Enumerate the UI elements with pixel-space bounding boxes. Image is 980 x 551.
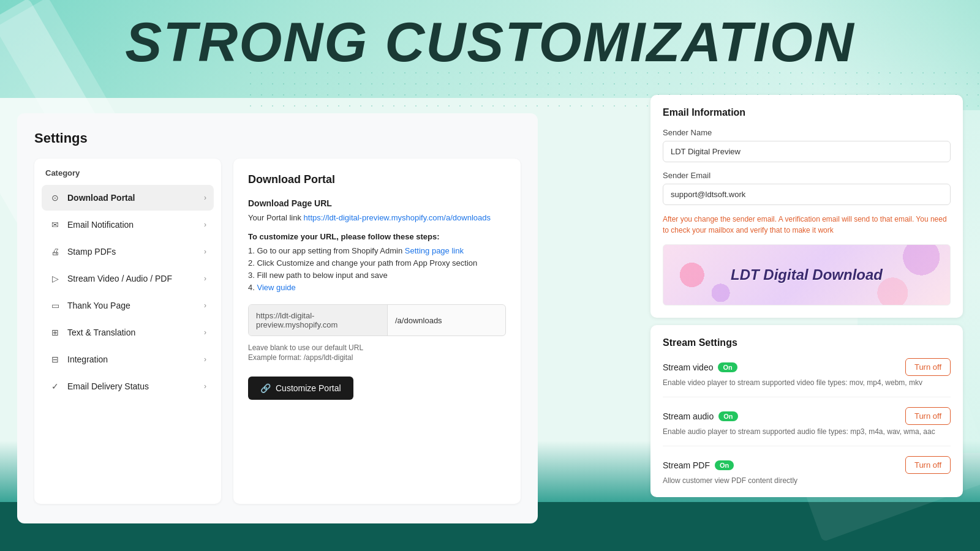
sidebar-item-email-delivery[interactable]: ✓ Email Delivery Status › bbox=[42, 373, 214, 399]
chevron-right-icon: › bbox=[204, 355, 206, 364]
customize-btn-label: Customize Portal bbox=[276, 383, 341, 393]
stream-pdf-item: Stream PDF On Turn off Allow customer vi… bbox=[663, 456, 951, 485]
stream-settings-card: Stream Settings Stream video On Turn off… bbox=[650, 325, 963, 497]
sidebar-item-left: ▭ Thank You Page bbox=[49, 299, 130, 312]
stream-settings-title: Stream Settings bbox=[663, 337, 951, 348]
sidebar-item-download-portal[interactable]: ⊙ Download Portal › bbox=[42, 185, 214, 211]
url-prefix: https://ldt-digital-preview.myshopify.co… bbox=[249, 305, 388, 335]
step-3: 3. Fill new path to below input and save bbox=[248, 271, 506, 280]
sender-name-input[interactable] bbox=[663, 141, 951, 162]
sidebar-label-thank-you-page: Thank You Page bbox=[67, 301, 130, 310]
stream-video-name: Stream video bbox=[663, 362, 713, 372]
sidebar-label-stream-video: Stream Video / Audio / PDF bbox=[67, 274, 172, 283]
banner-text: LDT Digital Download bbox=[731, 266, 883, 283]
stream-audio-left: Stream audio On bbox=[663, 411, 738, 421]
thank-you-page-icon: ▭ bbox=[49, 299, 61, 312]
sender-name-label: Sender Name bbox=[663, 128, 951, 137]
email-info-card: Email Information Sender Name Sender Ema… bbox=[650, 95, 963, 318]
chevron-right-icon: › bbox=[204, 274, 206, 283]
stream-audio-row: Stream audio On Turn off bbox=[663, 407, 951, 425]
stream-video-row: Stream video On Turn off bbox=[663, 358, 951, 376]
chevron-right-icon: › bbox=[204, 247, 206, 256]
stream-audio-item: Stream audio On Turn off Enable audio pl… bbox=[663, 407, 951, 446]
chevron-right-icon: › bbox=[204, 301, 206, 310]
sidebar-item-left: 🖨 Stamp PDFs bbox=[49, 246, 116, 258]
stream-audio-name: Stream audio bbox=[663, 411, 714, 421]
stream-video-desc: Enable video player to stream supported … bbox=[663, 378, 951, 387]
sidebar-item-left: ⊙ Download Portal bbox=[49, 192, 135, 204]
right-panel: Email Information Sender Name Sender Ema… bbox=[650, 95, 963, 497]
customize-portal-button[interactable]: 🔗 Customize Portal bbox=[248, 377, 353, 400]
stream-audio-status: On bbox=[718, 411, 737, 421]
view-guide-link[interactable]: View guide bbox=[257, 283, 295, 292]
settings-inner: Category ⊙ Download Portal › ✉ Email Not… bbox=[34, 159, 521, 504]
chevron-right-icon: › bbox=[204, 382, 206, 391]
email-hint: After you change the sender email. A ver… bbox=[663, 214, 951, 236]
stream-pdf-name: Stream PDF bbox=[663, 460, 710, 470]
stamp-pdfs-icon: 🖨 bbox=[49, 246, 61, 258]
sidebar-category-label: Category bbox=[42, 168, 214, 178]
sidebar-label-download-portal: Download Portal bbox=[67, 193, 135, 203]
settings-title: Settings bbox=[34, 130, 521, 146]
steps-heading: To customize your URL, please follow the… bbox=[248, 232, 506, 241]
stream-video-toggle-button[interactable]: Turn off bbox=[905, 358, 951, 376]
stream-pdf-row: Stream PDF On Turn off bbox=[663, 456, 951, 474]
sidebar-item-thank-you-page[interactable]: ▭ Thank You Page › bbox=[42, 293, 214, 318]
sidebar-item-left: ⊟ Integration bbox=[49, 353, 108, 365]
stream-pdf-toggle-button[interactable]: Turn off bbox=[905, 456, 951, 474]
portal-link-prefix: Your Portal link bbox=[248, 213, 304, 222]
stream-video-status: On bbox=[718, 362, 737, 372]
stream-video-item: Stream video On Turn off Enable video pl… bbox=[663, 358, 951, 397]
sidebar-item-left: ✓ Email Delivery Status bbox=[49, 380, 149, 392]
text-translation-icon: ⊞ bbox=[49, 326, 61, 339]
stream-audio-desc: Enable audio player to stream supported … bbox=[663, 427, 951, 436]
chevron-right-icon: › bbox=[204, 328, 206, 337]
sidebar-item-left: ⊞ Text & Translation bbox=[49, 326, 135, 339]
customize-icon: 🔗 bbox=[260, 383, 271, 393]
sender-email-input[interactable] bbox=[663, 184, 951, 205]
stream-video-left: Stream video On bbox=[663, 362, 737, 372]
chevron-right-icon: › bbox=[204, 220, 206, 229]
url-path-input[interactable] bbox=[388, 305, 505, 335]
sidebar-item-email-notification[interactable]: ✉ Email Notification › bbox=[42, 212, 214, 238]
steps-list: 1. Go to our app setting from Shopify Ad… bbox=[248, 246, 506, 292]
portal-link[interactable]: https://ldt-digital-preview.myshopify.co… bbox=[304, 213, 491, 222]
stream-pdf-left: Stream PDF On bbox=[663, 460, 734, 470]
sidebar-item-text-translation[interactable]: ⊞ Text & Translation › bbox=[42, 320, 214, 345]
stream-pdf-status: On bbox=[715, 460, 734, 470]
sidebar-item-left: ▷ Stream Video / Audio / PDF bbox=[49, 272, 172, 285]
step-4: 4. View guide bbox=[248, 283, 506, 292]
email-banner: LDT Digital Download bbox=[663, 244, 951, 305]
step-2: 2. Click Customize and change your path … bbox=[248, 258, 506, 268]
main-content-area: Download Portal Download Page URL Your P… bbox=[233, 159, 521, 504]
sidebar-label-integration: Integration bbox=[67, 354, 108, 364]
url-example: Example format: /apps/ldt-digital bbox=[248, 353, 506, 362]
sidebar: Category ⊙ Download Portal › ✉ Email Not… bbox=[34, 159, 221, 504]
setting-page-link[interactable]: Setting page link bbox=[405, 246, 464, 255]
sidebar-label-email-delivery: Email Delivery Status bbox=[67, 381, 149, 391]
stream-audio-toggle-button[interactable]: Turn off bbox=[905, 407, 951, 425]
sidebar-item-left: ✉ Email Notification bbox=[49, 219, 134, 231]
url-hint: Leave blank to use our default URL bbox=[248, 343, 506, 352]
email-notification-icon: ✉ bbox=[49, 219, 61, 231]
sidebar-label-email-notification: Email Notification bbox=[67, 220, 134, 230]
download-portal-icon: ⊙ bbox=[49, 192, 61, 204]
settings-panel: Settings Category ⊙ Download Portal › ✉ … bbox=[17, 113, 538, 523]
sidebar-label-stamp-pdfs: Stamp PDFs bbox=[67, 247, 116, 257]
main-title: STRONG CUSTOMIZATION bbox=[0, 11, 980, 74]
sidebar-label-text-translation: Text & Translation bbox=[67, 328, 135, 337]
email-delivery-icon: ✓ bbox=[49, 380, 61, 392]
chevron-right-icon: › bbox=[204, 193, 206, 202]
sidebar-item-stamp-pdfs[interactable]: 🖨 Stamp PDFs › bbox=[42, 239, 214, 264]
sender-email-label: Sender Email bbox=[663, 171, 951, 180]
page-url-label: Download Page URL bbox=[248, 198, 506, 208]
url-input-wrapper: https://ldt-digital-preview.myshopify.co… bbox=[248, 304, 506, 336]
sidebar-item-integration[interactable]: ⊟ Integration › bbox=[42, 347, 214, 372]
stream-video-icon: ▷ bbox=[49, 272, 61, 285]
portal-link-row: Your Portal link https://ldt-digital-pre… bbox=[248, 213, 506, 222]
integration-icon: ⊟ bbox=[49, 353, 61, 365]
stream-pdf-desc: Allow customer view PDF content directly bbox=[663, 476, 951, 485]
content-title: Download Portal bbox=[248, 173, 506, 186]
email-info-title: Email Information bbox=[663, 107, 951, 118]
sidebar-item-stream-video[interactable]: ▷ Stream Video / Audio / PDF › bbox=[42, 266, 214, 291]
